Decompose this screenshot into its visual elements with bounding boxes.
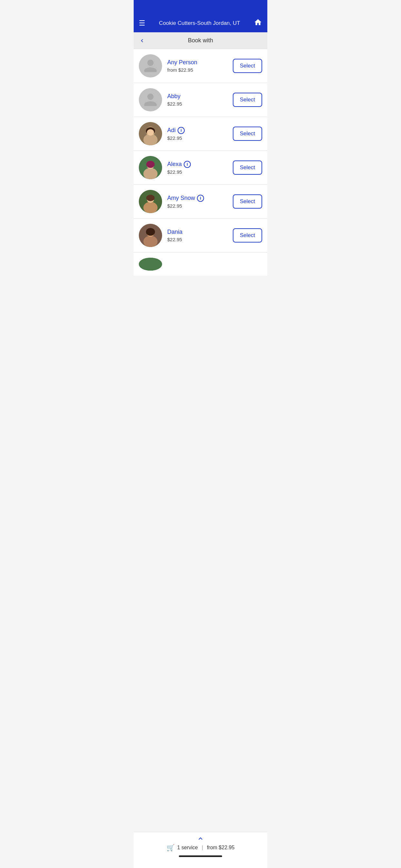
staff-name-amy-snow: Amy Snow i (167, 195, 230, 202)
select-button-any-person[interactable]: Select (233, 59, 262, 73)
staff-info-dania: Dania $22.95 (167, 228, 230, 242)
staff-list: Any Person from $22.95 Select Abby $22.9… (134, 49, 267, 308)
svg-point-10 (143, 202, 158, 213)
svg-point-16 (146, 228, 155, 236)
svg-point-6 (143, 168, 158, 179)
staff-price-abby: $22.95 (167, 101, 230, 106)
svg-point-4 (147, 129, 154, 135)
header-title: Cookie Cutters-South Jordan, UT (145, 20, 254, 27)
select-button-adi[interactable]: Select (233, 127, 262, 141)
staff-row-adi: Adi i $22.95 Select (134, 117, 267, 151)
svg-point-3 (143, 134, 158, 145)
staff-name-abby: Abby (167, 93, 230, 100)
status-bar (134, 0, 267, 14)
staff-info-alexa: Alexa i $22.95 (167, 161, 230, 175)
svg-point-17 (139, 258, 162, 271)
staff-name-dania: Dania (167, 228, 230, 236)
svg-point-12 (146, 195, 155, 201)
info-icon-alexa[interactable]: i (184, 161, 191, 168)
select-button-alexa[interactable]: Select (233, 160, 262, 175)
info-icon-amy-snow[interactable]: i (197, 195, 204, 202)
avatar-partial (139, 258, 162, 271)
select-button-amy-snow[interactable]: Select (233, 194, 262, 209)
staff-row-partial (134, 252, 267, 276)
menu-button[interactable]: ☰ (139, 20, 145, 27)
avatar-amy-snow (139, 190, 162, 213)
staff-price-alexa: $22.95 (167, 169, 230, 175)
avatar-adi (139, 122, 162, 145)
back-button[interactable] (139, 37, 145, 44)
staff-price-amy-snow: $22.95 (167, 203, 230, 209)
app-header: ☰ Cookie Cutters-South Jordan, UT (134, 14, 267, 32)
select-button-abby[interactable]: Select (233, 93, 262, 107)
staff-info-any-person: Any Person from $22.95 (167, 59, 230, 73)
staff-price-dania: $22.95 (167, 237, 230, 242)
staff-row-dania: Dania $22.95 Select (134, 219, 267, 252)
staff-row-amy-snow: Amy Snow i $22.95 Select (134, 185, 267, 219)
staff-row-any-person: Any Person from $22.95 Select (134, 49, 267, 83)
avatar-dania (139, 224, 162, 247)
staff-row-alexa: Alexa i $22.95 Select (134, 151, 267, 185)
avatar-alexa (139, 156, 162, 179)
svg-point-14 (143, 236, 158, 247)
info-icon-adi[interactable]: i (178, 127, 185, 134)
avatar-any-person (139, 54, 162, 78)
home-button[interactable] (254, 18, 262, 28)
staff-name-alexa: Alexa i (167, 161, 230, 168)
staff-name-adi: Adi i (167, 127, 230, 134)
staff-price-adi: $22.95 (167, 135, 230, 141)
svg-point-8 (146, 161, 155, 168)
staff-info-adi: Adi i $22.95 (167, 127, 230, 141)
staff-name-any-person: Any Person (167, 59, 230, 66)
staff-info-abby: Abby $22.95 (167, 93, 230, 106)
staff-price-any-person: from $22.95 (167, 67, 230, 73)
staff-info-amy-snow: Amy Snow i $22.95 (167, 195, 230, 209)
sub-header-title: Book with (188, 37, 213, 44)
select-button-dania[interactable]: Select (233, 228, 262, 243)
avatar-abby (139, 88, 162, 112)
staff-row-abby: Abby $22.95 Select (134, 83, 267, 117)
sub-header: Book with (134, 32, 267, 49)
